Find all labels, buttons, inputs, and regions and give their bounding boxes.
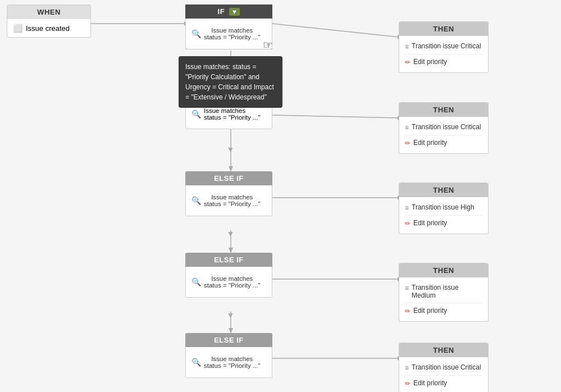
elseif-header-2: ELSE IF — [185, 253, 272, 267]
then-action-5-2[interactable]: ✏ Edit priority — [405, 377, 482, 389]
then-action-4-1[interactable]: ≡ Transition issue Medium — [405, 282, 482, 301]
then-action-label-1-2: Edit priority — [413, 58, 447, 66]
if-condition: Issue matchesstatus = "Priority ..." — [204, 27, 261, 40]
then-action-label-1-1: Transition issue Critical — [412, 42, 481, 50]
arrow-down-3: ▼ — [226, 311, 235, 320]
lines-icon-2: ≡ — [405, 124, 409, 131]
elseif-block-2[interactable]: ELSE IF 🔍 Issue matchesstatus = "Priorit… — [185, 253, 272, 298]
search-icon-4: 🔍 — [191, 277, 201, 286]
if-label: IF — [218, 7, 225, 16]
when-block: WHEN ⬜ Issue created — [7, 4, 91, 38]
pencil-icon-2: ✏ — [405, 139, 411, 147]
when-label: Issue created — [26, 24, 70, 33]
then-action-1-1[interactable]: ≡ Transition issue Critical — [405, 40, 482, 52]
then-action-1-2[interactable]: ✏ Edit priority — [405, 56, 482, 68]
then-action-label-5-1: Transition issue Critical — [412, 363, 481, 371]
then-action-label-3-2: Edit priority — [413, 219, 447, 227]
then-action-3-2[interactable]: ✏ Edit priority — [405, 217, 482, 229]
then-action-label-3-1: Transition issue High — [412, 203, 475, 211]
pencil-icon-3: ✏ — [405, 220, 411, 227]
search-icon-5: 🔍 — [191, 358, 201, 367]
then-header-3: THEN — [399, 183, 488, 197]
then-action-2-1[interactable]: ≡ Transition issue Critical — [405, 121, 482, 133]
lines-icon-4: ≡ — [405, 284, 409, 292]
then-block-1: THEN ≡ Transition issue Critical ✏ Edit … — [399, 21, 489, 73]
then-action-label-2-1: Transition issue Critical — [412, 123, 481, 131]
when-header: WHEN — [7, 5, 90, 19]
then-header-1: THEN — [399, 22, 488, 36]
then-block-5: THEN ≡ Transition issue Critical ✏ Edit … — [399, 343, 489, 392]
tooltip-text: Issue matches: status = "Priority Calcul… — [185, 63, 274, 101]
elseif-body-1[interactable]: 🔍 Issue matchesstatus = "Priority ..." — [185, 185, 272, 216]
arrow-down-1: ▼ — [226, 145, 235, 154]
elseif-condition-3: Issue matchesstatus = "Priority ..." — [204, 355, 261, 369]
elseif-body-3[interactable]: 🔍 Issue matchesstatus = "Priority ..." — [185, 347, 272, 378]
svg-line-4 — [272, 115, 399, 118]
lines-icon-5: ≡ — [405, 364, 409, 372]
elseif-header-3: ELSE IF — [185, 333, 272, 347]
then-action-4-2[interactable]: ✏ Edit priority — [405, 305, 482, 317]
elseif-condition-2: Issue matchesstatus = "Priority ..." — [204, 275, 261, 289]
elseif-condition-1: Issue matchesstatus = "Priority ..." — [204, 194, 261, 207]
if-block[interactable]: IF ▼ 🔍 Issue matchesstatus = "Priority .… — [185, 4, 272, 49]
canvas: WHEN ⬜ Issue created IF ▼ 🔍 Issue matche… — [0, 0, 561, 392]
then-body-4: ≡ Transition issue Medium ✏ Edit priorit… — [399, 277, 488, 321]
search-icon-3: 🔍 — [191, 196, 201, 205]
then-action-label-2-2: Edit priority — [413, 139, 447, 147]
pencil-icon-4: ✏ — [405, 307, 411, 315]
then-body-5: ≡ Transition issue Critical ✏ Edit prior… — [399, 357, 488, 392]
svg-line-2 — [272, 24, 399, 37]
then-action-2-2[interactable]: ✏ Edit priority — [405, 137, 482, 149]
then-body-2: ≡ Transition issue Critical ✏ Edit prior… — [399, 117, 488, 153]
then-header-4: THEN — [399, 263, 488, 277]
if-header: IF ▼ — [185, 4, 272, 19]
lines-icon: ≡ — [405, 43, 409, 51]
then-block-2: THEN ≡ Transition issue Critical ✏ Edit … — [399, 102, 489, 154]
then-action-3-1[interactable]: ≡ Transition issue High — [405, 202, 482, 213]
pencil-icon-5: ✏ — [405, 380, 411, 388]
cursor-hand: ☞ — [263, 38, 273, 52]
then-body-3: ≡ Transition issue High ✏ Edit priority — [399, 197, 488, 234]
then-header-5: THEN — [399, 343, 488, 357]
elseif-body-2[interactable]: 🔍 Issue matchesstatus = "Priority ..." — [185, 267, 272, 298]
when-body: ⬜ Issue created — [7, 19, 90, 37]
arrow-down-2: ▼ — [226, 229, 235, 238]
tooltip: Issue matches: status = "Priority Calcul… — [179, 56, 282, 108]
chevron-down-icon[interactable]: ▼ — [229, 8, 240, 16]
if-body[interactable]: 🔍 Issue matchesstatus = "Priority ..." — [185, 19, 272, 49]
elseif-header-1: ELSE IF — [185, 171, 272, 185]
then-header-2: THEN — [399, 103, 488, 117]
then-block-3: THEN ≡ Transition issue High ✏ Edit prio… — [399, 183, 489, 234]
pencil-icon-1: ✏ — [405, 58, 411, 66]
then-action-5-1[interactable]: ≡ Transition issue Critical — [405, 362, 482, 373]
then-action-label-4-1: Transition issue Medium — [412, 284, 482, 299]
then-body-1: ≡ Transition issue Critical ✏ Edit prior… — [399, 36, 488, 72]
lines-icon-3: ≡ — [405, 204, 409, 212]
then-action-label-4-2: Edit priority — [413, 307, 447, 314]
issue-created-icon: ⬜ — [13, 24, 22, 33]
then-block-4: THEN ≡ Transition issue Medium ✏ Edit pr… — [399, 263, 489, 322]
if-condition-2: Issue matchesstatus = "Priority ..." — [204, 107, 261, 121]
elseif-block-3[interactable]: ELSE IF 🔍 Issue matchesstatus = "Priorit… — [185, 333, 272, 378]
search-icon-2: 🔍 — [191, 110, 201, 118]
elseif-block-1[interactable]: ELSE IF 🔍 Issue matchesstatus = "Priorit… — [185, 171, 272, 216]
search-icon: 🔍 — [191, 29, 201, 38]
then-action-label-5-2: Edit priority — [413, 379, 447, 387]
